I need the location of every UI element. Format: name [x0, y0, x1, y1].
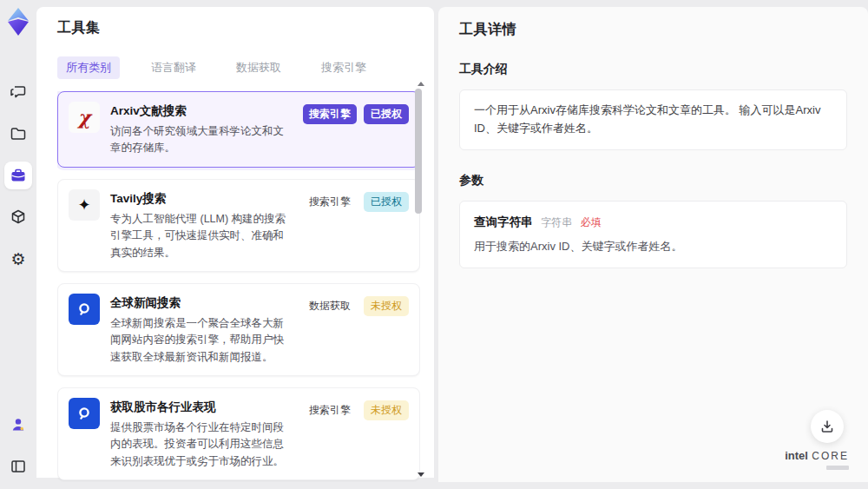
intel-core-logo: intel CORE	[785, 447, 849, 470]
sidebar-item-files[interactable]	[4, 120, 32, 148]
gear-icon: ⚙	[10, 251, 25, 268]
tool-desc: 访问各个研究领域大量科学论文和文章的存储库。	[110, 123, 293, 157]
tool-title: Arxiv文献搜索	[110, 103, 293, 119]
sidebar-item-plugins[interactable]	[4, 203, 32, 231]
briefcase-icon	[10, 167, 27, 184]
intel-wordmark: intel	[785, 449, 808, 462]
param-desc: 用于搜索的Arxiv ID、关键字或作者姓名。	[474, 238, 832, 256]
tool-card-global-news[interactable]: 全球新闻搜索 全球新闻搜索是一个聚合全球各大新闻网站内容的搜索引擎，帮助用户快速…	[57, 283, 420, 376]
intro-text: 一个用于从Arxiv存储库搜索科学论文和文章的工具。 输入可以是Arxiv ID…	[474, 103, 820, 135]
tab-all-categories[interactable]: 所有类别	[57, 56, 120, 79]
category-badge: 搜索引擎	[303, 104, 357, 124]
category-badge: 数据获取	[303, 296, 357, 316]
app-window: ⚙ 工具集 所有类别 语言翻译 数据获取 搜索引擎	[0, 0, 868, 489]
download-button[interactable]	[811, 410, 844, 443]
category-tabs: 所有类别 语言翻译 数据获取 搜索引擎	[57, 56, 434, 79]
tab-language-translation[interactable]: 语言翻译	[142, 56, 205, 79]
tab-search-engine[interactable]: 搜索引擎	[312, 56, 375, 79]
sidebar-item-account[interactable]	[4, 411, 32, 439]
scrollbar-thumb[interactable]	[415, 89, 422, 214]
blue-search-icon	[69, 294, 100, 325]
intro-heading: 工具介绍	[459, 62, 847, 77]
auth-badge: 已授权	[364, 104, 409, 124]
sidebar: ⚙	[0, 0, 36, 489]
auth-badge: 未授权	[364, 296, 409, 316]
tool-title: Tavily搜索	[110, 191, 293, 207]
param-name: 查询字符串	[474, 215, 533, 228]
core-wordmark: CORE	[812, 450, 849, 462]
scrollbar-down-arrow[interactable]	[418, 472, 424, 477]
tool-title: 全球新闻搜索	[110, 295, 293, 311]
tool-desc: 提供股票市场各个行业在特定时间段内的表现。投资者可以利用这些信息来识别表现优于或…	[110, 420, 293, 470]
auth-badge: 未授权	[364, 400, 409, 420]
intel-logo-sub-bar	[826, 466, 849, 470]
cube-icon	[10, 208, 27, 226]
tool-desc: 专为人工智能代理 (LLM) 构建的搜索引擎工具，可快速提供实时、准确和真实的结…	[110, 211, 293, 261]
main-area: 工具集 所有类别 语言翻译 数据获取 搜索引擎 χ Arxiv文献搜索 访问各个…	[36, 0, 868, 489]
folder-icon	[10, 125, 27, 142]
param-box: 查询字符串 字符串 必填 用于搜索的Arxiv ID、关键字或作者姓名。	[459, 201, 847, 269]
tool-title: 获取股市各行业表现	[110, 400, 293, 415]
user-icon	[10, 416, 27, 433]
params-heading: 参数	[459, 173, 847, 188]
tool-list: χ Arxiv文献搜索 访问各个研究领域大量科学论文和文章的存储库。 搜索引擎 …	[57, 91, 420, 489]
param-required-badge: 必填	[581, 216, 602, 228]
sidebar-item-toolbox[interactable]	[4, 162, 32, 189]
sidebar-item-settings[interactable]: ⚙	[4, 245, 32, 273]
tool-desc: 全球新闻搜索是一个聚合全球各大新闻网站内容的搜索引擎，帮助用户快速获取全球最新资…	[110, 315, 293, 366]
tab-data-fetch[interactable]: 数据获取	[227, 56, 290, 79]
tool-detail-panel: 工具详情 工具介绍 一个用于从Arxiv存储库搜索科学论文和文章的工具。 输入可…	[438, 7, 868, 482]
tool-card-tavily[interactable]: ✦ Tavily搜索 专为人工智能代理 (LLM) 构建的搜索引擎工具，可快速提…	[57, 179, 420, 272]
sidebar-collapse-button[interactable]	[4, 453, 32, 480]
detail-title: 工具详情	[459, 21, 847, 39]
category-badge: 搜索引擎	[303, 192, 357, 212]
star-icon: ✦	[69, 189, 100, 221]
list-scrollbar[interactable]	[415, 83, 422, 481]
arxiv-icon: χ	[69, 102, 100, 133]
param-type: 字符串	[541, 216, 572, 228]
app-logo-icon	[5, 7, 31, 36]
tool-card-arxiv[interactable]: χ Arxiv文献搜索 访问各个研究领域大量科学论文和文章的存储库。 搜索引擎 …	[57, 91, 420, 168]
download-icon	[819, 419, 835, 434]
category-badge: 搜索引擎	[303, 400, 357, 420]
intro-box: 一个用于从Arxiv存储库搜索科学论文和文章的工具。 输入可以是Arxiv ID…	[459, 89, 847, 150]
blue-search-icon	[69, 398, 100, 429]
auth-badge: 已授权	[364, 192, 409, 212]
page-title: 工具集	[57, 19, 434, 37]
chat-icon	[10, 83, 27, 101]
sidebar-item-chat[interactable]	[4, 78, 32, 106]
tool-list-panel: 工具集 所有类别 语言翻译 数据获取 搜索引擎 χ Arxiv文献搜索 访问各个…	[36, 7, 434, 478]
tool-card-sector-performance[interactable]: 获取股市各行业表现 提供股票市场各个行业在特定时间段内的表现。投资者可以利用这些…	[57, 387, 420, 480]
panel-layout-icon	[10, 458, 27, 475]
